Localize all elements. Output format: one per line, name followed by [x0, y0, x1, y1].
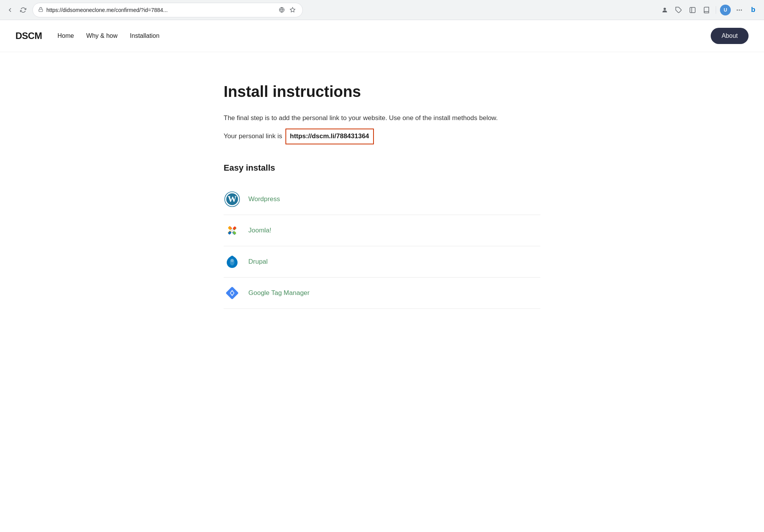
install-item-drupal[interactable]: Drupal [224, 246, 540, 278]
wordpress-icon: W [224, 191, 241, 208]
drupal-icon [224, 253, 241, 270]
svg-rect-6 [690, 7, 695, 13]
intro-text: The final step is to add the personal li… [224, 113, 540, 124]
svg-rect-17 [228, 231, 232, 235]
back-button[interactable] [5, 5, 15, 15]
gtm-label[interactable]: Google Tag Manager [248, 289, 309, 297]
svg-point-8 [737, 9, 738, 10]
address-bar[interactable]: https://didsomeoneclone.me/confirmed/?id… [32, 3, 303, 17]
personal-link[interactable]: https://dscm.li/788431364 [285, 129, 374, 144]
drupal-label[interactable]: Drupal [248, 258, 268, 266]
svg-point-4 [664, 8, 666, 10]
easy-installs-title: Easy installs [224, 163, 540, 173]
browser-chrome: https://didsomeoneclone.me/confirmed/?id… [0, 0, 764, 20]
wordpress-label[interactable]: Wordpress [248, 195, 280, 203]
toolbar-separator [716, 6, 716, 14]
extensions-icon[interactable] [672, 4, 685, 16]
browser-nav-buttons [5, 5, 29, 15]
joomla-label[interactable]: Joomla! [248, 227, 272, 234]
about-button[interactable]: About [711, 28, 749, 44]
svg-point-10 [741, 9, 742, 10]
install-item-joomla[interactable]: Joomla! [224, 215, 540, 246]
svg-rect-0 [39, 9, 43, 11]
install-item-wordpress[interactable]: W Wordpress [224, 184, 540, 215]
svg-point-9 [739, 9, 740, 10]
reading-list-icon[interactable] [700, 4, 713, 16]
nav-installation[interactable]: Installation [130, 32, 160, 39]
site-logo[interactable]: DSCM [15, 30, 42, 41]
svg-marker-3 [290, 7, 295, 12]
svg-rect-15 [233, 226, 236, 230]
svg-rect-18 [228, 226, 232, 230]
profile-icon[interactable] [659, 4, 671, 16]
svg-point-21 [231, 259, 234, 262]
install-list: W Wordpress [224, 184, 540, 309]
address-bar-actions [277, 5, 297, 15]
nav-why-how[interactable]: Why & how [86, 32, 117, 39]
nav-links: Home Why & how Installation [58, 32, 160, 39]
nav-home[interactable]: Home [58, 32, 74, 39]
more-options-button[interactable] [733, 4, 745, 16]
user-avatar[interactable]: U [719, 4, 732, 16]
svg-text:W: W [228, 194, 236, 204]
personal-link-row: Your personal link is https://dscm.li/78… [224, 129, 540, 144]
url-text: https://didsomeoneclone.me/confirmed/?id… [46, 7, 274, 13]
page-title: Install instructions [224, 83, 540, 100]
translate-icon[interactable] [277, 5, 286, 15]
avatar: U [720, 5, 731, 15]
main-content: Install instructions The final step is t… [208, 52, 556, 340]
bookmark-icon[interactable] [288, 5, 297, 15]
svg-rect-16 [233, 231, 236, 235]
lock-icon [38, 7, 43, 13]
personal-link-prefix: Your personal link is [224, 131, 282, 142]
browser-toolbar-actions: U b [659, 4, 759, 16]
install-item-gtm[interactable]: Google Tag Manager [224, 278, 540, 309]
bing-copilot-icon[interactable]: b [747, 4, 759, 16]
site-nav: DSCM Home Why & how Installation About [0, 20, 764, 52]
joomla-icon [224, 222, 241, 239]
refresh-button[interactable] [18, 5, 29, 15]
sidebar-icon[interactable] [686, 4, 699, 16]
gtm-icon [224, 285, 241, 302]
